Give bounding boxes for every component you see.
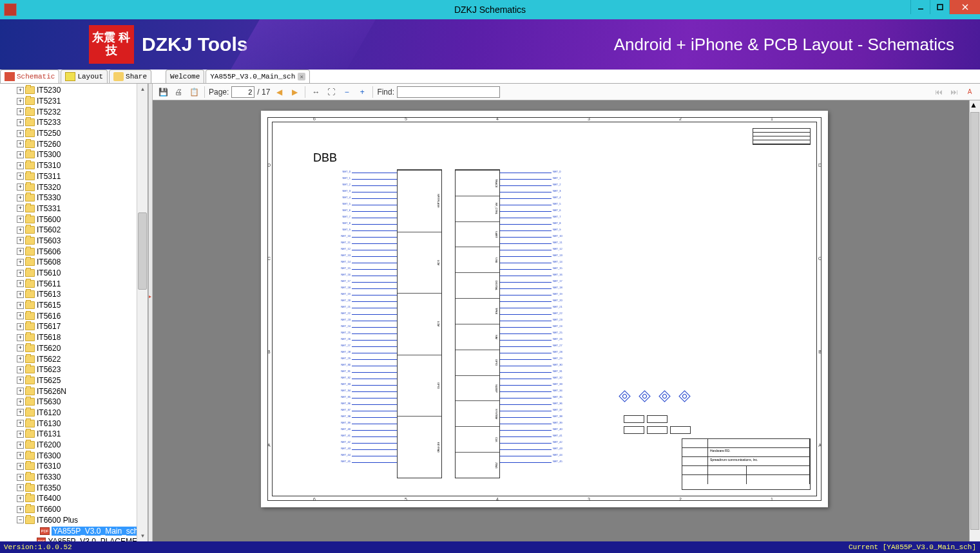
expand-icon[interactable]: + — [17, 108, 24, 115]
tab-layout[interactable]: Layout — [61, 70, 108, 83]
tab-share[interactable]: Share — [109, 70, 151, 83]
expand-icon[interactable]: + — [17, 334, 24, 341]
expand-icon[interactable]: + — [17, 323, 24, 330]
expand-icon[interactable]: + — [17, 409, 24, 416]
fit-page-button[interactable]: ⛶ — [325, 86, 338, 98]
expand-icon[interactable]: + — [17, 398, 24, 406]
expand-icon[interactable]: + — [17, 173, 24, 180]
scroll-up-icon[interactable]: ▲ — [970, 100, 980, 109]
expand-icon[interactable]: + — [17, 442, 24, 449]
scroll-thumb[interactable] — [138, 212, 147, 290]
minimize-button[interactable] — [910, 0, 930, 14]
tree-file[interactable]: PDFYA855P_V3.0_Main_sch — [3, 525, 148, 536]
tree-folder-expanded[interactable]: −IT6600 Plus — [3, 515, 148, 526]
expand-icon[interactable]: + — [17, 183, 24, 191]
page-number-input[interactable] — [231, 86, 255, 98]
expand-icon[interactable]: + — [17, 140, 24, 147]
expand-icon[interactable]: + — [17, 355, 24, 362]
tree-folder[interactable]: +IT6310 — [3, 461, 148, 472]
expand-icon[interactable]: + — [17, 259, 24, 266]
find-next-button[interactable]: ⏭ — [948, 86, 961, 98]
zoom-out-button[interactable]: − — [340, 86, 353, 98]
tree-folder[interactable]: +IT5260 — [3, 138, 148, 149]
tree-folder[interactable]: +IT5620 — [3, 343, 148, 354]
expand-icon[interactable]: + — [17, 248, 24, 255]
expand-icon[interactable]: + — [17, 474, 24, 481]
expand-icon[interactable]: + — [17, 227, 24, 234]
fit-width-button[interactable]: ↔ — [309, 86, 322, 98]
expand-icon[interactable]: + — [17, 312, 24, 319]
collapse-icon[interactable]: − — [17, 516, 24, 523]
tree-folder[interactable]: +IT5232 — [3, 106, 148, 117]
expand-icon[interactable]: + — [17, 270, 24, 277]
expand-icon[interactable]: + — [17, 119, 24, 126]
tab-schematic[interactable]: Schematic — [0, 70, 59, 83]
expand-icon[interactable]: + — [17, 366, 24, 373]
tree-folder[interactable]: +IT6120 — [3, 408, 148, 418]
tree-scrollbar[interactable]: ▲ ▼ — [137, 84, 148, 541]
expand-icon[interactable]: + — [17, 216, 24, 223]
tab-file-current[interactable]: YA855P_V3.0_Main_sch✕ — [206, 70, 310, 83]
tree-folder[interactable]: +IT5613 — [3, 289, 148, 300]
expand-icon[interactable]: + — [17, 291, 24, 298]
tab-close-icon[interactable]: ✕ — [298, 73, 305, 80]
close-button[interactable] — [949, 0, 980, 14]
tree-folder[interactable]: +IT5330 — [3, 192, 148, 203]
scroll-thumb[interactable] — [970, 112, 979, 530]
expand-icon[interactable]: + — [17, 495, 24, 502]
expand-icon[interactable]: + — [17, 463, 24, 470]
tree-folder[interactable]: +IT5617 — [3, 321, 148, 332]
copy-button[interactable]: 📋 — [187, 86, 200, 98]
canvas-area[interactable]: 665544332211 DDCCBBAA DBB SPITFLASHLCMLC… — [153, 100, 980, 541]
expand-icon[interactable]: + — [17, 194, 24, 202]
zoom-in-button[interactable]: + — [356, 86, 369, 98]
tree-folder[interactable]: +IT6131 — [3, 429, 148, 440]
tree-folder[interactable]: +IT5603 — [3, 236, 148, 247]
expand-icon[interactable]: + — [17, 98, 24, 105]
expand-icon[interactable]: + — [17, 506, 24, 513]
prev-page-button[interactable]: ◀ — [273, 86, 285, 98]
tree-folder[interactable]: +IT5611 — [3, 278, 148, 289]
find-prev-button[interactable]: ⏮ — [932, 86, 945, 98]
tree-folder[interactable]: +IT6600 — [3, 504, 148, 515]
tree-folder[interactable]: +IT5310 — [3, 160, 148, 171]
tree-folder[interactable]: +IT5630 — [3, 397, 148, 408]
find-input[interactable] — [397, 86, 500, 98]
expand-icon[interactable]: + — [17, 237, 24, 244]
expand-icon[interactable]: + — [17, 344, 24, 351]
tree-folder[interactable]: +IT5606 — [3, 246, 148, 257]
tree-folder[interactable]: +IT5616 — [3, 310, 148, 321]
splitter[interactable] — [148, 84, 153, 541]
tree-folder[interactable]: +IT6330 — [3, 472, 148, 483]
tree-folder[interactable]: +IT6200 — [3, 440, 148, 451]
maximize-button[interactable] — [930, 0, 949, 14]
tree-folder[interactable]: +IT5626N — [3, 386, 148, 397]
tree-folder[interactable]: +IT5250 — [3, 128, 148, 139]
tree-folder[interactable]: +IT6130 — [3, 418, 148, 429]
tree-folder[interactable]: +IT5615 — [3, 300, 148, 311]
tree-folder[interactable]: +IT5623 — [3, 364, 148, 375]
tree-folder[interactable]: +IT6300 — [3, 450, 148, 461]
tree-file[interactable]: PDFYA855P_V3.0_PLACEMENT — [3, 536, 148, 541]
tab-welcome[interactable]: Welcome — [166, 70, 204, 83]
expand-icon[interactable]: + — [17, 151, 24, 158]
tree-folder[interactable]: +IT5622 — [3, 353, 148, 364]
tree-folder[interactable]: +IT5320 — [3, 182, 148, 192]
tree-folder[interactable]: +IT5311 — [3, 171, 148, 182]
tree-folder[interactable]: +IT5618 — [3, 332, 148, 343]
tree-folder[interactable]: +IT5602 — [3, 225, 148, 236]
expand-icon[interactable]: + — [17, 420, 24, 427]
tree-folder[interactable]: +IT5230 — [3, 85, 148, 96]
expand-icon[interactable]: + — [17, 130, 24, 137]
viewer-scrollbar[interactable]: ▲ ▼ — [969, 100, 980, 541]
expand-icon[interactable]: + — [17, 280, 24, 287]
tree-folder[interactable]: +IT5300 — [3, 149, 148, 160]
tree-folder[interactable]: +IT5625 — [3, 375, 148, 386]
text-style-button[interactable]: A — [963, 86, 976, 98]
expand-icon[interactable]: + — [17, 484, 24, 491]
expand-icon[interactable]: + — [17, 302, 24, 309]
expand-icon[interactable]: + — [17, 452, 24, 459]
scroll-down-icon[interactable]: ▼ — [137, 530, 148, 541]
tree-folder[interactable]: +IT5608 — [3, 257, 148, 268]
tree-folder[interactable]: +IT6350 — [3, 482, 148, 493]
